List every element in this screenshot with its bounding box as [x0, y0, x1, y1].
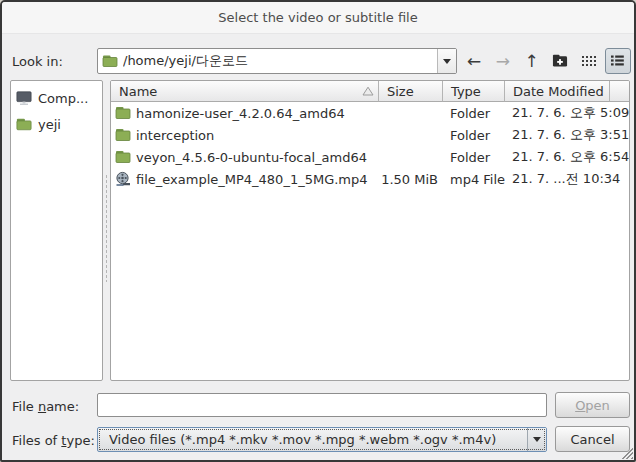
file-type: Folder	[443, 106, 505, 121]
file-date-modified: 21. 7. ...전 10:34	[505, 170, 629, 188]
file-list-panel: Name Size Type Date Modified hamonize-us…	[110, 80, 630, 381]
new-folder-icon	[552, 53, 568, 69]
list-view-button[interactable]	[605, 48, 631, 74]
grid-view-icon	[581, 55, 598, 68]
file-row[interactable]: interception Folder 21. 7. 6. 오후 3:51	[111, 124, 629, 146]
column-header-type[interactable]: Type	[443, 81, 505, 102]
sidebar-item-label: yeji	[38, 117, 61, 132]
places-sidebar: Comp... yeji	[10, 80, 103, 381]
chevron-down-icon	[533, 437, 541, 442]
back-icon: ←	[467, 51, 481, 71]
file-name: interception	[136, 128, 214, 143]
column-header-date-modified[interactable]: Date Modified	[505, 81, 610, 102]
files-of-type-value: Video files (*.mp4 *.mkv *.mov *.mpg *.w…	[109, 432, 527, 447]
look-in-combobox[interactable]: /home/yeji/다운로드	[97, 48, 457, 74]
file-date-modified: 21. 7. 6. 오후 3:51	[505, 126, 629, 144]
header-corner	[610, 81, 629, 102]
column-header-size[interactable]: Size	[379, 81, 443, 102]
sidebar-item-label: Comp...	[38, 91, 88, 106]
files-of-type-label: Files of type:	[12, 433, 95, 448]
new-folder-button[interactable]	[547, 48, 573, 74]
folder-icon	[102, 53, 118, 69]
splitter-handle[interactable]	[105, 174, 108, 282]
file-name: hamonize-user_4.2.0.64_amd64	[136, 106, 345, 121]
file-date-modified: 21. 7. 6. 오후 5:09	[505, 104, 629, 122]
up-icon: ↑	[524, 51, 538, 71]
file-name: veyon_4.5.6-0-ubuntu-focal_amd64	[136, 150, 367, 165]
file-type: Folder	[443, 150, 505, 165]
column-header-name[interactable]: Name	[111, 81, 379, 102]
back-button[interactable]: ←	[461, 48, 487, 74]
folder-icon	[16, 116, 32, 132]
sidebar-item-computer[interactable]: Comp...	[14, 85, 99, 111]
title-bar[interactable]: Select the video or subtitle file	[2, 2, 634, 34]
cancel-button[interactable]: Cancel	[555, 426, 630, 452]
open-button[interactable]: Open	[555, 392, 630, 418]
window-title: Select the video or subtitle file	[218, 10, 417, 25]
path-dropdown-button[interactable]	[437, 49, 456, 73]
file-date-modified: 21. 7. 6. 오후 6:54	[505, 148, 629, 166]
forward-icon: →	[496, 51, 510, 71]
folder-icon	[115, 105, 131, 121]
list-view-icon	[610, 51, 625, 71]
grid-view-button[interactable]	[576, 48, 602, 74]
navigation-toolbar: ← → ↑	[461, 48, 631, 74]
column-headers: Name Size Type Date Modified	[111, 81, 629, 102]
up-button[interactable]: ↑	[519, 48, 545, 74]
file-type: Folder	[443, 128, 505, 143]
sidebar-item-yeji[interactable]: yeji	[14, 111, 99, 137]
look-in-label: Look in:	[12, 54, 63, 69]
file-name-label: File name:	[12, 399, 79, 414]
file-dialog-window: Select the video or subtitle file Look i…	[0, 0, 636, 462]
file-rows: hamonize-user_4.2.0.64_amd64 Folder 21. …	[111, 102, 629, 380]
file-name-input[interactable]	[97, 393, 547, 417]
files-of-type-dropdown-button[interactable]	[527, 428, 546, 451]
file-type: mp4 File	[443, 172, 505, 187]
file-row[interactable]: hamonize-user_4.2.0.64_amd64 Folder 21. …	[111, 102, 629, 124]
sort-ascending-icon	[362, 84, 374, 99]
file-row[interactable]: file_example_MP4_480_1_5MG.mp4 1.50 MiB …	[111, 168, 629, 190]
video-file-icon	[115, 171, 131, 187]
files-of-type-combobox[interactable]: Video files (*.mp4 *.mkv *.mov *.mpg *.w…	[97, 427, 547, 452]
chevron-down-icon	[443, 59, 451, 64]
file-row[interactable]: veyon_4.5.6-0-ubuntu-focal_amd64 Folder …	[111, 146, 629, 168]
forward-button[interactable]: →	[490, 48, 516, 74]
computer-icon	[16, 90, 32, 106]
folder-icon	[115, 149, 131, 165]
file-name: file_example_MP4_480_1_5MG.mp4	[136, 172, 368, 187]
file-size: 1.50 MiB	[379, 172, 443, 187]
current-path: /home/yeji/다운로드	[123, 52, 437, 70]
folder-icon	[115, 127, 131, 143]
